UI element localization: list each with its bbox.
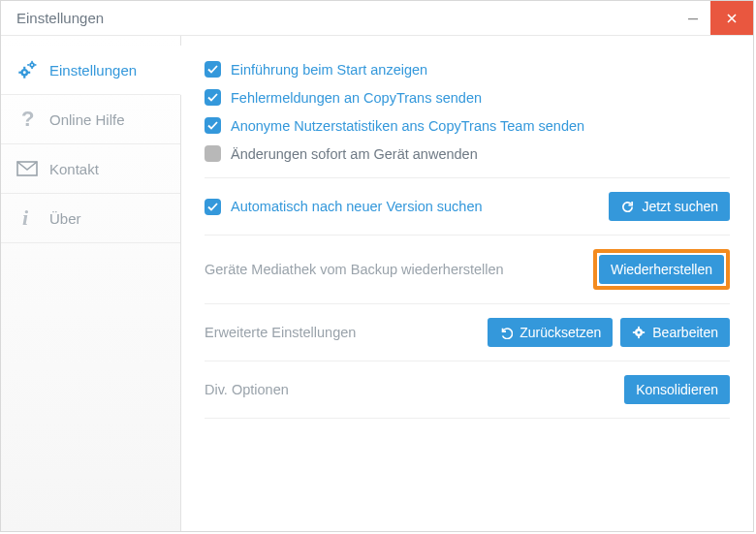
svg-rect-4	[18, 72, 21, 74]
titlebar-buttons: –	[676, 1, 753, 35]
option-label: Anonyme Nutzerstatistiken ans CopyTrans …	[231, 118, 584, 134]
reset-button[interactable]: Zurücksetzen	[488, 318, 613, 347]
option-auto-update[interactable]: Automatisch nach neuer Version suchen	[205, 199, 483, 215]
refresh-icon	[620, 200, 635, 214]
svg-point-16	[638, 330, 641, 333]
undo-icon	[499, 326, 513, 339]
svg-text:i: i	[22, 207, 29, 229]
svg-rect-9	[31, 67, 33, 69]
sidebar-item-label: Einstellungen	[49, 62, 137, 79]
svg-rect-3	[23, 76, 25, 79]
info-icon: i	[16, 207, 38, 229]
sidebar-item-label: Über	[49, 210, 81, 227]
sidebar-item-about[interactable]: i Über	[1, 194, 180, 243]
svg-rect-5	[27, 72, 30, 74]
option-label: Automatisch nach neuer Version suchen	[231, 199, 483, 214]
svg-text:?: ?	[21, 109, 34, 130]
envelope-icon	[16, 158, 38, 179]
question-icon: ?	[16, 109, 38, 130]
svg-rect-8	[31, 61, 33, 63]
svg-rect-10	[27, 64, 29, 66]
close-icon	[726, 13, 738, 24]
option-label: Einführung beim Start anzeigen	[231, 62, 427, 78]
svg-rect-19	[633, 331, 636, 333]
svg-rect-17	[638, 327, 640, 330]
sidebar: Einstellungen ? Online Hilfe Kontakt	[1, 36, 181, 531]
svg-rect-20	[643, 331, 646, 333]
sidebar-item-label: Kontakt	[49, 161, 99, 177]
checkbox-checked-icon	[205, 89, 221, 106]
gear-icon	[632, 326, 646, 339]
window-body: Einstellungen ? Online Hilfe Kontakt	[1, 36, 753, 531]
row-advanced: Erweiterte Einstellungen Zurücksetzen	[205, 304, 730, 361]
row-label: Div. Optionen	[205, 382, 289, 397]
option-anon-stats[interactable]: Anonyme Nutzerstatistiken ans CopyTrans …	[205, 111, 730, 140]
window-title: Einstellungen	[16, 10, 104, 26]
sidebar-item-label: Online Hilfe	[49, 111, 125, 128]
option-label: Fehlermeldungen an CopyTrans senden	[231, 90, 482, 106]
minimize-button[interactable]: –	[676, 1, 710, 35]
svg-rect-11	[34, 64, 36, 66]
titlebar: Einstellungen –	[1, 1, 753, 36]
sidebar-item-settings[interactable]: Einstellungen	[1, 46, 181, 95]
main-panel: Einführung beim Start anzeigen Fehlermel…	[181, 36, 753, 531]
option-show-intro[interactable]: Einführung beim Start anzeigen	[205, 55, 730, 83]
svg-point-1	[23, 71, 26, 74]
row-auto-update: Automatisch nach neuer Version suchen Je…	[205, 177, 730, 236]
gears-icon	[16, 59, 38, 80]
consolidate-button[interactable]: Konsolidieren	[624, 375, 730, 404]
button-group: Zurücksetzen Bearbeiten	[488, 318, 730, 347]
checkbox-checked-icon	[205, 199, 221, 215]
row-label: Geräte Mediathek vom Backup wiederherste…	[205, 262, 504, 277]
checkbox-unchecked-icon	[205, 145, 221, 162]
svg-rect-18	[638, 336, 640, 339]
svg-point-7	[31, 64, 33, 66]
row-misc: Div. Optionen Konsolidieren	[205, 361, 730, 419]
checkbox-checked-icon	[205, 61, 221, 78]
row-restore: Geräte Mediathek vom Backup wiederherste…	[205, 236, 730, 304]
close-button[interactable]	[710, 1, 753, 35]
check-now-button[interactable]: Jetzt suchen	[609, 192, 730, 221]
svg-rect-2	[23, 67, 25, 70]
restore-button[interactable]: Wiederherstellen	[599, 255, 724, 284]
row-label: Erweiterte Einstellungen	[205, 325, 356, 340]
option-send-errors[interactable]: Fehlermeldungen an CopyTrans senden	[205, 83, 730, 111]
checkbox-checked-icon	[205, 117, 221, 134]
highlight-frame: Wiederherstellen	[593, 249, 730, 290]
sidebar-item-help[interactable]: ? Online Hilfe	[1, 95, 180, 144]
option-apply-immediately[interactable]: Änderungen sofort am Gerät anwenden	[205, 140, 730, 168]
edit-button[interactable]: Bearbeiten	[620, 318, 730, 347]
sidebar-item-contact[interactable]: Kontakt	[1, 144, 180, 194]
settings-window: Einstellungen –	[0, 0, 754, 532]
option-label: Änderungen sofort am Gerät anwenden	[231, 146, 478, 162]
